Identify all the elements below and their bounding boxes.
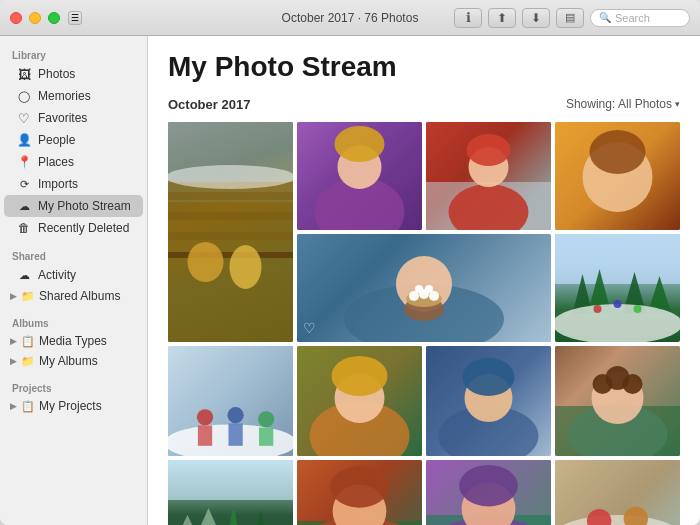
sidebar-item-my-photo-stream[interactable]: ☁ My Photo Stream — [4, 195, 143, 217]
photo-cell[interactable] — [168, 122, 293, 342]
media-types-icon: 📋 — [21, 335, 35, 348]
photo-cell[interactable] — [555, 460, 680, 525]
close-button[interactable] — [10, 12, 22, 24]
sidebar-group-my-projects[interactable]: ▶ 📋 My Projects — [4, 396, 143, 416]
svg-rect-44 — [259, 427, 273, 445]
sidebar-item-imports[interactable]: ⟳ Imports — [4, 173, 143, 195]
share-button[interactable]: ⬆ — [488, 8, 516, 28]
photo-cell[interactable] — [426, 460, 551, 525]
import-button[interactable]: ⬇ — [522, 8, 550, 28]
my-projects-icon: 📋 — [21, 400, 35, 413]
svg-point-7 — [230, 245, 262, 289]
photo-cell[interactable] — [555, 346, 680, 456]
chevron-icon: ▶ — [10, 291, 17, 301]
sidebar-item-favorites[interactable]: ♡ Favorites — [4, 107, 143, 129]
photo-stream-icon: ☁ — [16, 198, 32, 214]
info-button[interactable]: ℹ — [454, 8, 482, 28]
dropdown-chevron-icon: ▾ — [675, 99, 680, 109]
sidebar-label-recently-deleted: Recently Deleted — [38, 221, 129, 235]
albums-section-label: Albums — [0, 312, 147, 331]
svg-point-52 — [463, 358, 515, 396]
favorites-icon: ♡ — [16, 110, 32, 126]
sidebar-group-my-albums[interactable]: ▶ 📁 My Albums — [4, 351, 143, 371]
chevron-icon-2: ▶ — [10, 336, 17, 346]
photo-cell[interactable] — [426, 122, 551, 230]
svg-rect-4 — [168, 232, 293, 240]
sidebar-group-media-types[interactable]: ▶ 📋 Media Types — [4, 331, 143, 351]
memories-icon: ◯ — [16, 88, 32, 104]
sidebar-label-media-types: Media Types — [39, 334, 107, 348]
imports-icon: ⟳ — [16, 176, 32, 192]
svg-point-75 — [459, 465, 518, 507]
minimize-button[interactable] — [29, 12, 41, 24]
svg-point-26 — [415, 285, 423, 293]
sidebar-item-photos[interactable]: 🖼 Photos — [4, 63, 143, 85]
svg-marker-65 — [194, 508, 224, 525]
photo-cell[interactable] — [426, 346, 551, 456]
svg-rect-28 — [555, 234, 680, 284]
nav-toggle-button[interactable]: ☰ — [68, 11, 82, 25]
photo-cell[interactable] — [297, 346, 422, 456]
chevron-icon-3: ▶ — [10, 356, 17, 366]
sidebar-label-activity: Activity — [38, 268, 76, 282]
svg-point-11 — [335, 126, 385, 162]
main-content: My Photo Stream October 2017 Showing: Al… — [148, 36, 700, 525]
my-albums-icon: 📁 — [21, 355, 35, 368]
photo-cell[interactable]: ♡ — [297, 234, 551, 342]
activity-icon: ☁ — [16, 267, 32, 283]
content-header: My Photo Stream — [148, 36, 700, 91]
sidebar-item-places[interactable]: 📍 Places — [4, 151, 143, 173]
svg-point-6 — [188, 242, 224, 282]
svg-rect-59 — [168, 460, 293, 500]
export-button[interactable]: ▤ — [556, 8, 584, 28]
photo-cell[interactable] — [168, 346, 293, 456]
svg-rect-40 — [198, 425, 212, 445]
sidebar-label-photos: Photos — [38, 67, 75, 81]
photo-cell[interactable] — [168, 460, 293, 525]
svg-point-41 — [227, 407, 243, 423]
svg-marker-63 — [248, 510, 274, 525]
showing-label[interactable]: Showing: All Photos ▾ — [566, 97, 680, 111]
sidebar-item-memories[interactable]: ◯ Memories — [4, 85, 143, 107]
sidebar-label-memories: Memories — [38, 89, 91, 103]
sidebar-label-my-projects: My Projects — [39, 399, 102, 413]
sidebar-group-shared-albums[interactable]: ▶ 📁 Shared Albums — [4, 286, 143, 306]
svg-point-36 — [634, 305, 642, 313]
photo-cell[interactable] — [555, 234, 680, 342]
titlebar: ☰ October 2017 · 76 Photos ℹ ⬆ ⬇ ▤ 🔍 Sea… — [0, 0, 700, 36]
sidebar-label-imports: Imports — [38, 177, 78, 191]
sidebar-label-my-photo-stream: My Photo Stream — [38, 199, 131, 213]
app-body: Library 🖼 Photos ◯ Memories ♡ Favorites … — [0, 36, 700, 525]
heart-icon: ♡ — [303, 320, 316, 336]
svg-marker-64 — [176, 515, 200, 525]
svg-point-34 — [594, 305, 602, 313]
sidebar-item-recently-deleted[interactable]: 🗑 Recently Deleted — [4, 217, 143, 239]
page-title: My Photo Stream — [168, 52, 680, 83]
fullscreen-button[interactable] — [48, 12, 60, 24]
svg-rect-2 — [168, 192, 293, 200]
photo-cell[interactable] — [555, 122, 680, 230]
svg-point-15 — [467, 134, 511, 166]
svg-point-35 — [614, 300, 622, 308]
traffic-lights — [10, 12, 60, 24]
svg-point-39 — [197, 409, 213, 425]
sidebar-item-activity[interactable]: ☁ Activity — [4, 264, 143, 286]
section-date: October 2017 — [168, 97, 250, 112]
section-row: October 2017 Showing: All Photos ▾ — [148, 91, 700, 118]
svg-point-48 — [332, 356, 388, 396]
svg-marker-62 — [221, 505, 247, 525]
search-icon: 🔍 — [599, 12, 611, 23]
trash-icon: 🗑 — [16, 220, 32, 236]
projects-section-label: Projects — [0, 377, 147, 396]
sidebar: Library 🖼 Photos ◯ Memories ♡ Favorites … — [0, 36, 148, 525]
shared-albums-icon: 📁 — [21, 290, 35, 303]
svg-point-17 — [590, 130, 646, 174]
photos-icon: 🖼 — [16, 66, 32, 82]
svg-point-43 — [258, 411, 274, 427]
titlebar-controls: ℹ ⬆ ⬇ ▤ 🔍 Search — [454, 8, 690, 28]
sidebar-item-people[interactable]: 👤 People — [4, 129, 143, 151]
photo-cell[interactable] — [297, 122, 422, 230]
search-bar[interactable]: 🔍 Search — [590, 9, 690, 27]
photo-cell[interactable] — [297, 460, 422, 525]
window-title: October 2017 · 76 Photos — [282, 11, 419, 25]
